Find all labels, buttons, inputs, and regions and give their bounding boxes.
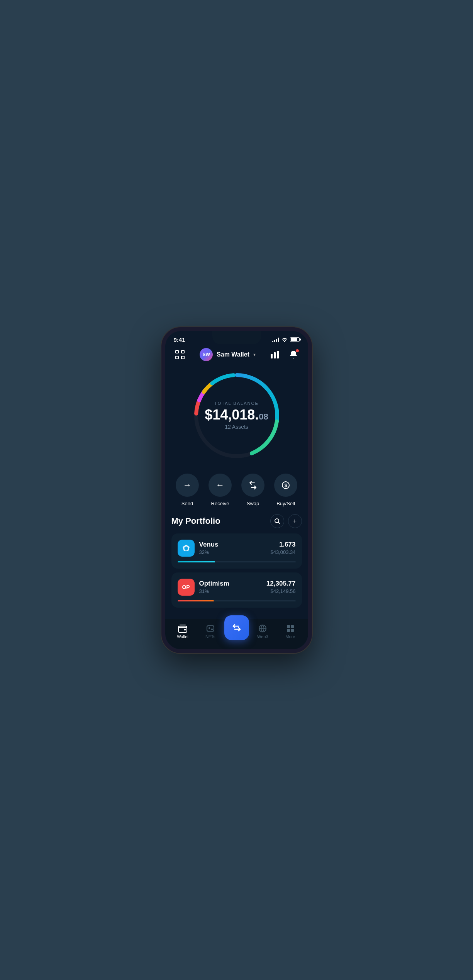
balance-section: TOTAL BALANCE $14,018.08 12 Assets (165, 365, 308, 470)
more-nav-label: More (285, 634, 295, 639)
svg-rect-28 (287, 629, 290, 632)
balance-cents: 08 (259, 412, 268, 421)
venus-right: 1.673 $43,003.34 (270, 541, 295, 555)
donut-chart: TOTAL BALANCE $14,018.08 12 Assets (190, 369, 283, 462)
wallet-nav-icon (178, 624, 187, 633)
balance-assets: 12 Assets (205, 424, 268, 430)
chart-icon[interactable] (268, 348, 281, 361)
svg-rect-8 (274, 352, 276, 358)
svg-text:$: $ (285, 482, 287, 488)
phone-screen: 9:41 (165, 331, 308, 649)
svg-point-24 (209, 627, 210, 629)
buysell-label: Buy/Sell (276, 501, 295, 506)
venus-left: Venus 32% (178, 540, 219, 557)
buysell-action[interactable]: $ Buy/Sell (271, 474, 300, 506)
phone-frame: 9:41 (161, 327, 312, 653)
nfts-nav-label: NFTs (205, 634, 215, 639)
bottom-navigation: Wallet NFTs Web3 (165, 619, 308, 649)
optimism-pct: 31% (199, 588, 229, 594)
svg-rect-27 (291, 625, 294, 628)
swap-action[interactable]: Swap (239, 474, 268, 506)
svg-line-20 (278, 522, 280, 523)
center-nav-icon (231, 622, 242, 633)
swap-button[interactable] (241, 474, 264, 497)
nav-item-nfts[interactable]: NFTs (197, 624, 224, 639)
notifications-button[interactable] (287, 348, 300, 361)
optimism-name: Optimism (199, 580, 229, 588)
portfolio-actions: + (270, 514, 302, 528)
notch (212, 331, 261, 344)
receive-button[interactable]: ← (209, 474, 232, 497)
svg-rect-29 (291, 629, 294, 632)
wallet-name: Sam Wallet (217, 351, 249, 358)
portfolio-add-button[interactable]: + (288, 514, 302, 528)
send-button[interactable]: → (176, 474, 199, 497)
buysell-button[interactable]: $ (274, 474, 297, 497)
optimism-row: OP Optimism 31% 12,305.77 $42,149.56 (178, 579, 296, 596)
venus-icon (178, 540, 195, 557)
balance-amount: $14,018.08 (205, 407, 268, 423)
svg-rect-23 (207, 626, 214, 631)
svg-rect-7 (271, 354, 273, 358)
optimism-left: OP Optimism 31% (178, 579, 229, 596)
venus-row: Venus 32% 1.673 $43,003.34 (178, 540, 296, 557)
balance-main: $14,018. (205, 407, 259, 423)
optimism-progress-fill (178, 600, 214, 601)
header-scan[interactable] (173, 348, 187, 362)
receive-label: Receive (211, 501, 229, 506)
portfolio-search-button[interactable] (270, 514, 284, 528)
receive-action[interactable]: ← Receive (206, 474, 235, 506)
web3-nav-icon (258, 624, 267, 633)
balance-center: TOTAL BALANCE $14,018.08 12 Assets (205, 401, 268, 430)
svg-rect-2 (176, 356, 178, 359)
action-buttons: → Send ← Receive Swap $ (165, 470, 308, 514)
venus-name: Venus (199, 541, 219, 549)
asset-card-optimism[interactable]: OP Optimism 31% 12,305.77 $42,149.56 (171, 572, 302, 608)
svg-rect-22 (184, 629, 186, 630)
portfolio-header: My Portfolio + (171, 514, 302, 528)
nav-item-wallet[interactable]: Wallet (169, 624, 197, 639)
svg-rect-1 (181, 350, 184, 353)
optimism-progress-bar (178, 600, 296, 601)
svg-rect-26 (287, 625, 290, 628)
nav-item-more[interactable]: More (276, 624, 304, 639)
swap-label: Swap (247, 501, 259, 506)
avatar: SW (200, 348, 213, 361)
asset-card-venus[interactable]: Venus 32% 1.673 $43,003.34 (171, 533, 302, 569)
wallet-selector[interactable]: SW Sam Wallet ▾ (200, 348, 256, 361)
nav-center-button[interactable] (224, 615, 249, 640)
venus-progress-bar (178, 561, 296, 562)
venus-pct: 32% (199, 549, 219, 555)
status-icons (272, 337, 300, 342)
svg-rect-0 (176, 350, 178, 353)
send-label: Send (181, 501, 193, 506)
optimism-right: 12,305.77 $42,149.56 (266, 580, 296, 594)
portfolio-section: My Portfolio + (165, 514, 308, 619)
battery-icon (290, 337, 300, 342)
header: SW Sam Wallet ▾ (165, 345, 308, 365)
more-nav-icon (286, 624, 295, 633)
header-right (268, 348, 300, 361)
notification-badge (295, 349, 299, 353)
venus-progress-fill (178, 561, 215, 562)
optimism-value: $42,149.56 (266, 588, 296, 594)
svg-rect-9 (277, 351, 279, 358)
venus-info: Venus 32% (199, 541, 219, 555)
venus-value: $43,003.34 (270, 549, 295, 555)
nfts-nav-icon (206, 624, 215, 633)
send-action[interactable]: → Send (173, 474, 202, 506)
chevron-down-icon: ▾ (253, 352, 256, 357)
portfolio-title: My Portfolio (171, 516, 220, 526)
venus-amount: 1.673 (270, 541, 295, 549)
signal-icon (272, 337, 279, 342)
optimism-amount: 12,305.77 (266, 580, 296, 588)
optimism-info: Optimism 31% (199, 580, 229, 594)
balance-label: TOTAL BALANCE (205, 401, 268, 406)
optimism-icon: OP (178, 579, 195, 596)
web3-nav-label: Web3 (257, 634, 268, 639)
scan-icon[interactable] (173, 348, 187, 362)
nav-item-web3[interactable]: Web3 (249, 624, 277, 639)
wifi-icon (281, 337, 288, 342)
status-time: 9:41 (174, 336, 185, 343)
wallet-nav-label: Wallet (177, 634, 188, 639)
